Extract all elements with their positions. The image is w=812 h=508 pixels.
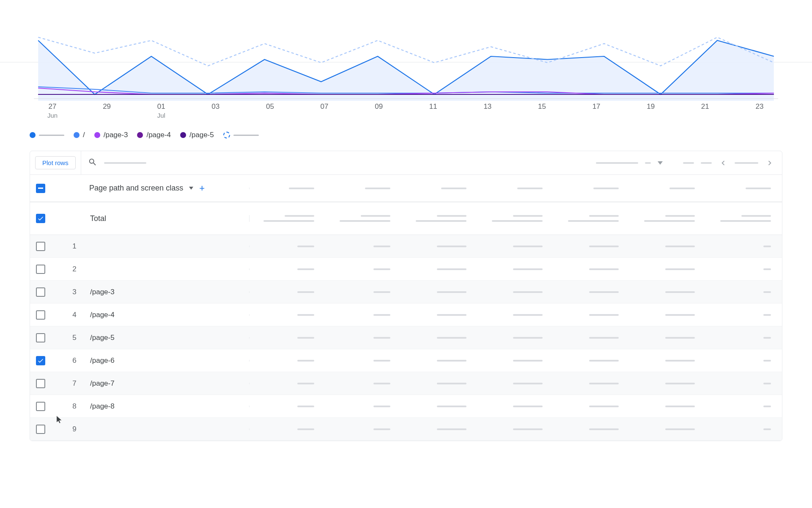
row-dimension-value: /page-5 bbox=[89, 334, 249, 342]
row-checkbox[interactable] bbox=[36, 379, 45, 388]
metric-cell bbox=[401, 360, 477, 362]
metric-cell bbox=[477, 291, 554, 293]
metric-cell bbox=[630, 268, 706, 270]
rows-per-page-dropdown-icon[interactable] bbox=[658, 161, 663, 165]
metric-cell bbox=[477, 246, 554, 247]
chevron-left-icon[interactable] bbox=[719, 158, 728, 168]
x-axis-tick: 09 bbox=[366, 102, 392, 119]
row-checkbox[interactable] bbox=[36, 287, 45, 297]
x-axis-tick: 03 bbox=[203, 102, 228, 119]
table-row[interactable]: 1 bbox=[30, 235, 782, 258]
row-index: 3 bbox=[60, 288, 89, 296]
metric-cell bbox=[325, 337, 401, 339]
table-search[interactable] bbox=[81, 151, 153, 174]
metric-cell bbox=[477, 428, 554, 430]
dimension-picker[interactable]: Page path and screen class bbox=[89, 184, 183, 193]
legend-item-page5: /page-5 bbox=[180, 131, 214, 139]
row-index: 9 bbox=[60, 425, 89, 433]
table-row[interactable]: 6/page-6 bbox=[30, 349, 782, 372]
row-checkbox[interactable] bbox=[36, 265, 45, 274]
metric-cell bbox=[554, 383, 630, 384]
metric-cell bbox=[401, 337, 477, 339]
metric-cell bbox=[477, 314, 554, 316]
table-row[interactable]: 7/page-7 bbox=[30, 372, 782, 395]
metric-cell bbox=[325, 406, 401, 407]
metric-cell bbox=[249, 314, 325, 316]
metric-cell bbox=[249, 268, 325, 270]
metric-cell bbox=[706, 383, 782, 384]
x-axis-tick: 21 bbox=[692, 102, 718, 119]
row-checkbox[interactable] bbox=[36, 425, 45, 434]
table-row[interactable]: 8/page-8 bbox=[30, 395, 782, 418]
legend-item-root: / bbox=[74, 131, 85, 139]
metric-cell bbox=[325, 314, 401, 316]
metric-cell bbox=[325, 268, 401, 270]
x-axis-tick: 17 bbox=[584, 102, 609, 119]
table-row[interactable]: 4/page-4 bbox=[30, 304, 782, 326]
metric-cell bbox=[249, 291, 325, 293]
metric-cell bbox=[630, 406, 706, 407]
row-checkbox[interactable] bbox=[36, 310, 45, 320]
metric-cell bbox=[249, 360, 325, 362]
table-row[interactable]: 9 bbox=[30, 418, 782, 441]
chevron-down-icon bbox=[189, 187, 193, 190]
metric-cell bbox=[401, 291, 477, 293]
table-row[interactable]: 3/page-3 bbox=[30, 281, 782, 304]
plot-rows-button[interactable]: Plot rows bbox=[35, 156, 76, 169]
total-checkbox[interactable] bbox=[36, 214, 45, 223]
row-checkbox[interactable] bbox=[36, 356, 45, 365]
add-dimension-button[interactable]: + bbox=[199, 183, 205, 194]
metric-cell bbox=[325, 246, 401, 247]
metric-cell bbox=[630, 360, 706, 362]
table-row[interactable]: 2 bbox=[30, 258, 782, 281]
metric-cell bbox=[401, 268, 477, 270]
legend-item-page4: /page-4 bbox=[137, 131, 171, 139]
select-all-checkbox[interactable] bbox=[36, 184, 45, 193]
metric-cell bbox=[477, 268, 554, 270]
metric-cell bbox=[630, 383, 706, 384]
table-total-row: Total bbox=[30, 202, 782, 235]
report-table: Plot rows bbox=[30, 151, 782, 441]
metric-cell bbox=[401, 428, 477, 430]
legend-item-page3: /page-3 bbox=[94, 131, 128, 139]
metric-cell bbox=[630, 337, 706, 339]
metric-cell bbox=[554, 246, 630, 247]
row-dimension-value: /page-3 bbox=[89, 288, 249, 296]
table-toolbar: Plot rows bbox=[30, 151, 782, 175]
metric-cell bbox=[706, 246, 782, 247]
row-index: 7 bbox=[60, 379, 89, 388]
row-dimension-value: /page-6 bbox=[89, 356, 249, 365]
x-axis-tick: 19 bbox=[638, 102, 664, 119]
row-checkbox[interactable] bbox=[36, 402, 45, 411]
row-index: 6 bbox=[60, 356, 89, 365]
chevron-right-icon[interactable] bbox=[765, 158, 774, 168]
metric-cell bbox=[706, 428, 782, 430]
mouse-cursor-icon bbox=[55, 415, 64, 424]
legend-label: /page-5 bbox=[189, 131, 214, 139]
x-axis-tick: 23 bbox=[747, 102, 772, 119]
metric-cell bbox=[477, 360, 554, 362]
metric-cell bbox=[554, 428, 630, 430]
legend-item-redacted bbox=[30, 132, 64, 138]
metric-cell bbox=[554, 291, 630, 293]
x-axis-tick: 29 bbox=[94, 102, 120, 119]
row-index: 1 bbox=[60, 242, 89, 251]
metric-cell bbox=[630, 428, 706, 430]
metric-cell bbox=[249, 428, 325, 430]
metric-cell bbox=[630, 291, 706, 293]
metric-cell bbox=[706, 314, 782, 316]
metric-cell bbox=[706, 268, 782, 270]
metric-cell bbox=[554, 360, 630, 362]
row-dimension-value: /page-8 bbox=[89, 402, 249, 411]
row-checkbox[interactable] bbox=[36, 333, 45, 342]
search-icon bbox=[88, 157, 97, 168]
row-index: 8 bbox=[60, 402, 89, 411]
x-axis-tick: 07 bbox=[312, 102, 337, 119]
metric-cell bbox=[706, 337, 782, 339]
x-axis-tick: 11 bbox=[420, 102, 446, 119]
legend-item-comparison bbox=[223, 132, 259, 138]
row-checkbox[interactable] bbox=[36, 242, 45, 251]
table-row[interactable]: 5/page-5 bbox=[30, 326, 782, 349]
metric-cell bbox=[477, 337, 554, 339]
metric-cell bbox=[401, 383, 477, 384]
